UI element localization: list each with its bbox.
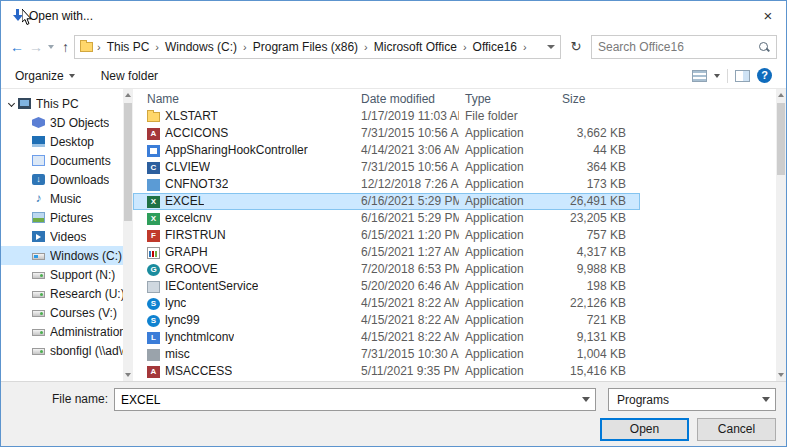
sidebar-item[interactable]: Support (N:) — [1, 265, 123, 284]
expander-icon[interactable] — [21, 156, 31, 166]
file-row[interactable]: EXCEL 6/16/2021 5:29 PM Application 26,4… — [133, 193, 640, 210]
expander-icon[interactable] — [21, 194, 31, 204]
file-name-input[interactable] — [115, 393, 577, 407]
expander-icon[interactable] — [21, 232, 31, 242]
new-folder-button[interactable]: New folder — [101, 69, 158, 83]
file-size: 3,662 KB — [556, 125, 640, 142]
sidebar-item[interactable]: Courses (V:) — [1, 303, 123, 322]
scroll-down-icon[interactable] — [123, 369, 133, 381]
scroll-up-icon[interactable] — [776, 89, 786, 101]
file-row[interactable]: lync99 4/15/2021 8:22 AM Application 721… — [133, 312, 640, 329]
sidebar-item[interactable]: sbonfigl (\\ad\e — [1, 341, 123, 360]
help-button[interactable]: ? — [757, 68, 772, 83]
history-chevron-icon[interactable] — [48, 45, 54, 49]
forward-button[interactable]: → — [29, 40, 43, 54]
open-button[interactable]: Open — [600, 418, 689, 441]
file-row[interactable]: ACCICONS 7/31/2015 10:56 AM Application … — [133, 125, 640, 142]
scroll-down-icon[interactable] — [776, 369, 786, 381]
file-row[interactable]: MSACCESS 5/11/2021 9:35 PM Application 1… — [133, 363, 640, 380]
breadcrumb-separator-icon[interactable]: › — [93, 41, 105, 53]
file-row[interactable]: misc 7/31/2015 10:30 AM Application 1,00… — [133, 346, 640, 363]
search-icon[interactable] — [758, 41, 770, 53]
file-row[interactable]: CLVIEW 7/31/2015 10:56 AM Application 36… — [133, 159, 640, 176]
sidebar-scrollbar[interactable] — [123, 89, 133, 381]
expander-icon[interactable] — [21, 308, 31, 318]
expander-icon[interactable] — [21, 213, 31, 223]
sidebar-item[interactable]: Administration ( — [1, 322, 123, 341]
column-header-name[interactable]: Name — [133, 92, 355, 106]
title-bar[interactable]: Open with... × — [1, 1, 786, 30]
file-name-combo[interactable] — [114, 388, 596, 411]
sidebar-item[interactable]: Windows (C:) — [1, 246, 123, 265]
file-name-dropdown-icon[interactable] — [577, 389, 595, 410]
sidebar-item[interactable]: Desktop — [1, 132, 123, 151]
close-button[interactable]: × — [750, 1, 786, 30]
back-button[interactable]: ← — [10, 40, 24, 54]
sidebar-item[interactable]: Documents — [1, 151, 123, 170]
sidebar-item[interactable]: This PC — [1, 94, 123, 113]
file-name: ACCICONS — [165, 125, 228, 142]
refresh-button[interactable]: ↻ — [566, 39, 586, 54]
column-header-date-modified[interactable]: Date modified — [355, 92, 459, 106]
expander-icon[interactable] — [21, 270, 31, 280]
sidebar-scroll-thumb[interactable] — [124, 103, 132, 221]
file-row[interactable]: CNFNOT32 12/12/2018 7:26 AM Application … — [133, 176, 640, 193]
address-bar[interactable]: › This PC › Windows (C:) › Program Files… — [74, 35, 561, 59]
file-row[interactable]: IEContentService 5/20/2020 6:46 AM Appli… — [133, 278, 640, 295]
file-type-dropdown-icon[interactable] — [757, 389, 775, 410]
sidebar-item[interactable]: Downloads — [1, 170, 123, 189]
breadcrumb-item-program-files[interactable]: Program Files (x86) — [251, 40, 360, 54]
file-list-scroll-thumb[interactable] — [777, 103, 785, 175]
expander-icon[interactable] — [21, 137, 31, 147]
file-type-combo[interactable]: Programs — [608, 388, 776, 411]
breadcrumb-item-microsoft-office[interactable]: Microsoft Office — [372, 40, 459, 54]
file-row[interactable]: lync 4/15/2021 8:22 AM Application 22,12… — [133, 295, 640, 312]
breadcrumb-separator-icon[interactable]: › — [519, 41, 531, 53]
expander-icon[interactable] — [21, 289, 31, 299]
sidebar-item[interactable]: 3D Objects — [1, 113, 123, 132]
address-dropdown-icon[interactable] — [547, 45, 555, 49]
search-box[interactable] — [591, 35, 777, 59]
file-date-modified: 1/17/2019 11:03 AM — [355, 108, 459, 125]
sidebar-item[interactable]: Music — [1, 189, 123, 208]
sidebar-item-icon — [32, 291, 45, 298]
scroll-up-icon[interactable] — [123, 89, 133, 101]
views-chevron-icon[interactable] — [714, 74, 720, 78]
column-header-size[interactable]: Size — [556, 92, 640, 106]
expander-icon[interactable] — [21, 251, 31, 261]
breadcrumb-separator-icon[interactable]: › — [360, 41, 372, 53]
sidebar-item[interactable]: Research (U:) — [1, 284, 123, 303]
file-date-modified: 4/15/2021 8:22 AM — [355, 295, 459, 312]
breadcrumb-separator-icon[interactable]: › — [459, 41, 471, 53]
search-input[interactable] — [598, 40, 758, 54]
file-row[interactable]: AppSharingHookController 4/14/2021 3:06 … — [133, 142, 640, 159]
file-row[interactable]: GROOVE 7/20/2018 6:53 PM Application 9,9… — [133, 261, 640, 278]
expander-icon[interactable] — [21, 175, 31, 185]
up-button[interactable]: ↑ — [62, 40, 69, 54]
cancel-button[interactable]: Cancel — [697, 418, 776, 441]
file-row[interactable]: GRAPH 6/15/2021 1:27 AM Application 4,31… — [133, 244, 640, 261]
breadcrumb-item-windows-c[interactable]: Windows (C:) — [163, 40, 239, 54]
breadcrumb-item-this-pc[interactable]: This PC — [105, 40, 152, 54]
file-row[interactable]: excelcnv 6/16/2021 5:29 PM Application 2… — [133, 210, 640, 227]
breadcrumb-item-office16[interactable]: Office16 — [471, 40, 519, 54]
expander-icon[interactable] — [7, 99, 17, 109]
expander-icon[interactable] — [21, 327, 31, 337]
sidebar-item[interactable]: Pictures — [1, 208, 123, 227]
file-name-cell: FIRSTRUN — [133, 227, 355, 244]
file-row[interactable]: lynchtmlconv 4/15/2021 8:22 AM Applicati… — [133, 329, 640, 346]
file-row[interactable]: FIRSTRUN 6/15/2021 1:20 PM Application 7… — [133, 227, 640, 244]
column-header-type[interactable]: Type — [459, 92, 556, 106]
expander-icon[interactable] — [21, 346, 31, 356]
preview-pane-icon[interactable] — [735, 70, 750, 82]
file-size: 9,131 KB — [556, 329, 640, 346]
breadcrumb-separator-icon[interactable]: › — [239, 41, 251, 53]
file-type-icon — [147, 298, 160, 310]
expander-icon[interactable] — [21, 118, 31, 128]
breadcrumb-separator-icon[interactable]: › — [151, 41, 163, 53]
sidebar-item[interactable]: Videos — [1, 227, 123, 246]
organize-button[interactable]: Organize — [15, 69, 75, 83]
file-list-scrollbar[interactable] — [776, 89, 786, 381]
details-view-icon[interactable] — [692, 70, 707, 82]
file-row[interactable]: XLSTART 1/17/2019 11:03 AM File folder — [133, 108, 640, 125]
